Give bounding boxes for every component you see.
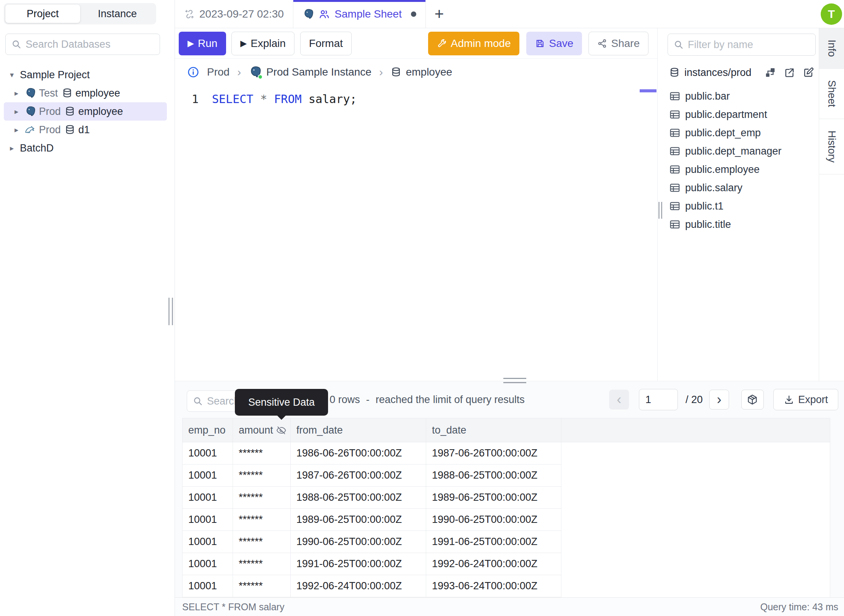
run-button[interactable]: ▶ Run	[179, 32, 226, 55]
tab-project[interactable]: Project	[5, 5, 80, 23]
database-icon	[62, 88, 73, 98]
table-name: public.employee	[685, 164, 760, 176]
table-cell: 1987-06-26T00:00:00Z	[426, 442, 561, 464]
postgres-icon	[302, 8, 314, 20]
code-token: SELECT	[212, 92, 253, 106]
tab-instance[interactable]: Instance	[80, 5, 155, 23]
table-list-item[interactable]: public.dept_emp	[668, 124, 816, 142]
tree-database-row[interactable]: ▸ Prod employee	[4, 102, 167, 121]
editor-panel-splitter[interactable]	[658, 28, 664, 381]
code-token: salary;	[309, 92, 357, 106]
table-cell: ******	[233, 531, 291, 553]
prev-page-button[interactable]: ‹	[609, 390, 629, 410]
table-name: public.t1	[685, 200, 724, 212]
table-cell: ******	[233, 575, 291, 597]
schema-diagram-icon[interactable]	[765, 67, 776, 78]
unlink-icon	[184, 9, 195, 19]
table-list-item[interactable]: public.t1	[668, 197, 816, 215]
caret-icon[interactable]: ▾	[10, 70, 20, 79]
rail-tab-history[interactable]: History	[819, 119, 844, 174]
new-tab-button[interactable]: +	[426, 0, 453, 28]
table-row[interactable]: 10001******1990-06-25T00:00:00Z1991-06-2…	[183, 531, 830, 553]
sidebar-resize-handle[interactable]	[168, 298, 173, 325]
left-sidebar: Project Instance ▾Sample Project▸ Test e…	[0, 0, 175, 616]
status-dot	[258, 74, 263, 79]
column-header[interactable]: emp_no	[183, 418, 233, 442]
caret-icon[interactable]: ▸	[15, 125, 24, 134]
table-row[interactable]: 10001******1992-06-24T00:00:00Z1993-06-2…	[183, 575, 830, 597]
table-cell: 10001	[183, 487, 233, 509]
rail-tab-info[interactable]: Info	[819, 28, 844, 69]
next-page-button[interactable]: ›	[709, 390, 729, 410]
sql-editor[interactable]: 1 SELECT * FROM salary;	[175, 85, 657, 381]
edit-icon[interactable]	[803, 67, 814, 78]
code-token: FROM	[274, 92, 302, 106]
table-icon	[669, 127, 681, 139]
code-line-content: SELECT * FROM salary;	[212, 91, 357, 108]
code-token	[267, 92, 274, 106]
column-header[interactable]: from_date	[291, 418, 426, 442]
tree-project-row[interactable]: ▾Sample Project	[4, 66, 167, 84]
play-icon: ▶	[188, 39, 194, 48]
tree-database-row[interactable]: ▸ Prod d1	[4, 121, 167, 139]
avatar[interactable]: T	[821, 3, 842, 25]
avatar-box: T	[819, 0, 844, 28]
rail-tab-sheet[interactable]: Sheet	[819, 69, 844, 119]
export-button[interactable]: Export	[773, 389, 838, 410]
table-list-item[interactable]: public.dept_manager	[668, 142, 816, 160]
eye-off-icon[interactable]	[276, 425, 286, 435]
sheet-tab-unsaved[interactable]: 2023-09-27 02:30	[175, 0, 293, 28]
external-link-icon[interactable]	[784, 67, 795, 78]
admin-mode-button[interactable]: Admin mode	[428, 32, 519, 55]
caret-icon[interactable]: ▸	[10, 144, 20, 153]
search-icon	[673, 39, 684, 50]
sheet-tab-sample-sheet[interactable]: Sample Sheet	[293, 0, 426, 28]
row-count: 0 rows	[330, 394, 360, 406]
table-icon	[669, 200, 681, 212]
explain-button[interactable]: ▶ Explain	[231, 32, 294, 55]
database-icon	[65, 124, 75, 135]
tree-project-row[interactable]: ▸BatchD	[4, 139, 167, 157]
work-area: ▶ Run ▶ Explain Format Admin mode	[175, 28, 844, 381]
result-table: emp_no amount from_date to_date 10001***…	[182, 418, 830, 597]
save-button[interactable]: Save	[526, 32, 582, 55]
table-row[interactable]: 10001******1988-06-25T00:00:00Z1989-06-2…	[183, 487, 830, 509]
table-cell: 10001	[183, 442, 233, 464]
splitter-handle[interactable]	[658, 202, 662, 219]
environment-label: Prod	[39, 124, 61, 136]
table-list-item[interactable]: public.bar	[668, 87, 816, 105]
breadcrumb-instance[interactable]: Prod Sample Instance	[249, 66, 372, 79]
page-number-input[interactable]	[639, 389, 678, 410]
table-cell: 10001	[183, 575, 233, 597]
caret-icon[interactable]: ▸	[15, 89, 24, 98]
search-databases-input[interactable]	[26, 39, 154, 50]
tree-database-row[interactable]: ▸ Test employee	[4, 84, 167, 102]
format-button[interactable]: Format	[300, 32, 352, 55]
share-button[interactable]: Share	[589, 32, 648, 55]
column-header[interactable]: to_date	[426, 418, 561, 442]
table-row[interactable]: 10001******1986-06-26T00:00:00Z1987-06-2…	[183, 442, 830, 464]
breadcrumb-database[interactable]: employee	[391, 66, 452, 78]
table-list-item[interactable]: public.salary	[668, 179, 816, 197]
table-cell: 1993-06-24T00:00:00Z	[426, 575, 561, 597]
table-row[interactable]: 10001******1991-06-25T00:00:00Z1992-06-2…	[183, 553, 830, 575]
column-header-masked[interactable]: amount	[233, 418, 291, 442]
environment-label: Test	[39, 87, 58, 99]
table-cell: 1990-06-25T00:00:00Z	[426, 509, 561, 531]
table-row[interactable]: 10001******1987-06-26T00:00:00Z1988-06-2…	[183, 464, 830, 487]
caret-icon[interactable]: ▸	[15, 107, 24, 116]
table-list-item[interactable]: public.employee	[668, 160, 816, 179]
results-resize-handle[interactable]	[503, 378, 526, 383]
table-cell: 1991-06-25T00:00:00Z	[291, 553, 426, 575]
info-icon[interactable]	[187, 66, 199, 78]
wrench-icon	[437, 39, 447, 48]
table-row[interactable]: 10001******1989-06-25T00:00:00Z1990-06-2…	[183, 509, 830, 531]
code-line: 1 SELECT * FROM salary;	[175, 91, 657, 108]
table-list-item[interactable]: public.department	[668, 105, 816, 124]
package-button[interactable]	[741, 390, 764, 410]
table-list-item[interactable]: public.title	[668, 215, 816, 234]
table-cell: 1991-06-25T00:00:00Z	[426, 531, 561, 553]
result-table-body: 10001******1986-06-26T00:00:00Z1987-06-2…	[183, 442, 830, 597]
package-icon	[746, 393, 758, 406]
filter-by-name-input[interactable]	[688, 39, 810, 51]
